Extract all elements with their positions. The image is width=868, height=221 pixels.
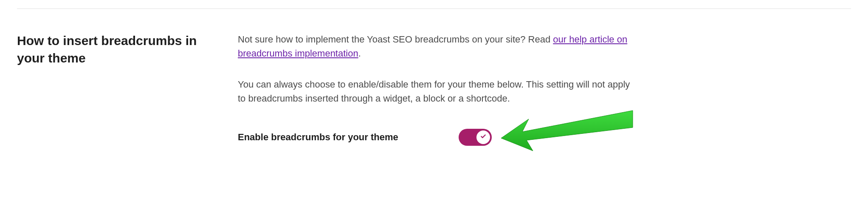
enable-breadcrumbs-toggle[interactable] xyxy=(459,129,492,146)
section-divider xyxy=(17,8,851,9)
check-icon xyxy=(480,133,486,141)
section-left-column: How to insert breadcrumbs in your theme xyxy=(17,32,204,146)
section-description-2: You can always choose to enable/disable … xyxy=(238,77,637,105)
description-text-prefix: Not sure how to implement the Yoast SEO … xyxy=(238,34,553,45)
section-right-column: Not sure how to implement the Yoast SEO … xyxy=(238,32,637,146)
toggle-label: Enable breadcrumbs for your theme xyxy=(238,132,442,143)
section-heading: How to insert breadcrumbs in your theme xyxy=(17,32,204,67)
toggle-row: Enable breadcrumbs for your theme xyxy=(238,129,637,146)
settings-section: How to insert breadcrumbs in your theme … xyxy=(17,32,851,146)
toggle-knob xyxy=(476,130,490,144)
description-text-suffix: . xyxy=(358,48,361,59)
section-description-1: Not sure how to implement the Yoast SEO … xyxy=(238,32,637,60)
